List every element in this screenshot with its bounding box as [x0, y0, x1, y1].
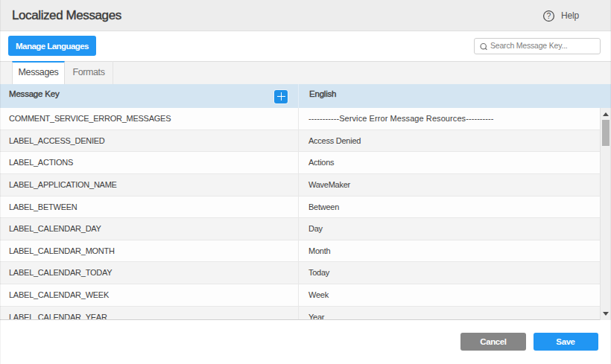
svg-text:?: ? [547, 11, 551, 20]
